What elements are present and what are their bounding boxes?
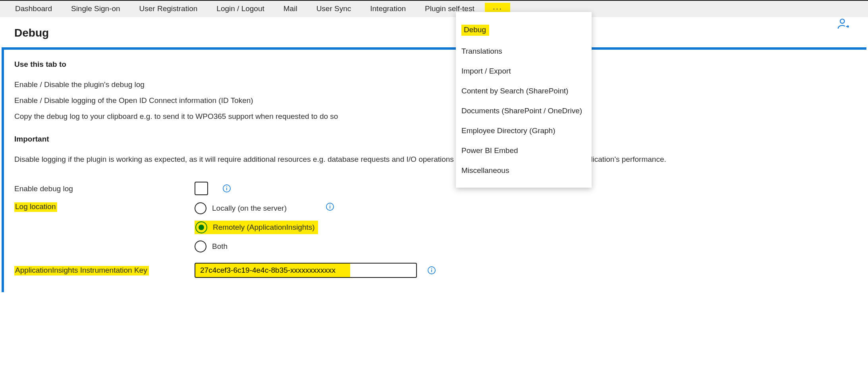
page-header: Debug — [0, 17, 868, 47]
tab-login-logout[interactable]: Login / Logout — [207, 3, 274, 15]
row-enable-debug: Enable debug log — [14, 182, 856, 195]
svg-point-3 — [226, 186, 227, 187]
intro-line-1: Enable / Disable the plugin's debug log — [14, 78, 856, 92]
dropdown-item-documents[interactable]: Documents (SharePoint / OneDrive) — [456, 101, 592, 121]
row-log-location: Log location Locally (on the server) Rem… — [14, 202, 856, 252]
dropdown-item-content-by-search[interactable]: Content by Search (SharePoint) — [456, 81, 592, 101]
svg-point-9 — [431, 268, 432, 269]
dropdown-item-import-export[interactable]: Import / Export — [456, 61, 592, 81]
dropdown-item-label: Debug — [461, 25, 489, 36]
dropdown-item-label: Import / Export — [461, 67, 511, 76]
dropdown-item-employee-directory[interactable]: Employee Directory (Graph) — [456, 121, 592, 141]
radio-both[interactable]: Both — [195, 241, 326, 252]
instrumentation-key-label: ApplicationInsights Instrumentation Key — [14, 266, 149, 275]
important-heading: Important — [14, 135, 856, 144]
enable-debug-label: Enable debug log — [14, 184, 195, 193]
dropdown-item-label: Documents (SharePoint / OneDrive) — [461, 107, 582, 115]
dropdown-item-debug[interactable]: Debug — [456, 19, 592, 41]
top-nav: Dashboard Single Sign-on User Registrati… — [0, 0, 868, 17]
radio-label: Both — [212, 242, 228, 251]
row-instrumentation-key: ApplicationInsights Instrumentation Key — [14, 263, 856, 278]
info-icon[interactable] — [326, 202, 334, 211]
svg-point-6 — [330, 205, 330, 206]
log-location-label: Log location — [14, 202, 57, 212]
use-this-tab-heading: Use this tab to — [14, 60, 856, 69]
radio-locally[interactable]: Locally (on the server) — [195, 202, 326, 214]
log-location-radios: Locally (on the server) Remotely (Applic… — [195, 202, 326, 252]
dropdown-item-label: Employee Directory (Graph) — [461, 126, 556, 135]
important-text: Disable logging if the plugin is working… — [14, 152, 856, 167]
tab-user-sync[interactable]: User Sync — [307, 3, 361, 15]
more-tabs-dropdown: Debug Translations Import / Export Conte… — [456, 12, 592, 188]
radio-icon — [195, 202, 206, 214]
dropdown-item-label: Content by Search (SharePoint) — [461, 87, 568, 95]
tab-mail[interactable]: Mail — [274, 3, 307, 15]
intro-line-2: Enable / Disable logging of the Open ID … — [14, 93, 856, 108]
debug-form: Enable debug log Log location — [14, 182, 856, 278]
tab-sso[interactable]: Single Sign-on — [62, 3, 130, 15]
dropdown-item-miscellaneous[interactable]: Miscellaneous — [456, 161, 592, 180]
radio-label: Locally (on the server) — [212, 204, 287, 213]
info-icon[interactable] — [427, 266, 436, 275]
intro-line-3: Copy the debug log to your clipboard e.g… — [14, 109, 856, 124]
tab-user-registration[interactable]: User Registration — [130, 3, 207, 15]
info-icon[interactable] — [222, 184, 231, 193]
radio-remotely[interactable]: Remotely (ApplicationInsights) — [195, 221, 326, 234]
tab-integration[interactable]: Integration — [361, 3, 415, 15]
radio-icon — [195, 241, 206, 252]
radio-icon — [195, 221, 207, 233]
dropdown-item-translations[interactable]: Translations — [456, 41, 592, 61]
debug-panel: Use this tab to Enable / Disable the plu… — [2, 47, 866, 292]
tab-strip: Dashboard Single Sign-on User Registrati… — [0, 1, 868, 17]
dropdown-item-label: Power BI Embed — [461, 146, 518, 155]
dropdown-item-label: Translations — [461, 47, 502, 56]
radio-label: Remotely (ApplicationInsights) — [213, 223, 315, 232]
dropdown-item-label: Miscellaneous — [461, 166, 509, 175]
svg-point-0 — [840, 19, 845, 23]
user-switch-icon[interactable] — [837, 17, 850, 32]
enable-debug-checkbox[interactable] — [195, 182, 208, 195]
instrumentation-key-input[interactable] — [195, 263, 417, 278]
tab-dashboard[interactable]: Dashboard — [6, 3, 62, 15]
dropdown-item-power-bi-embed[interactable]: Power BI Embed — [456, 141, 592, 161]
page-title: Debug — [14, 27, 49, 39]
